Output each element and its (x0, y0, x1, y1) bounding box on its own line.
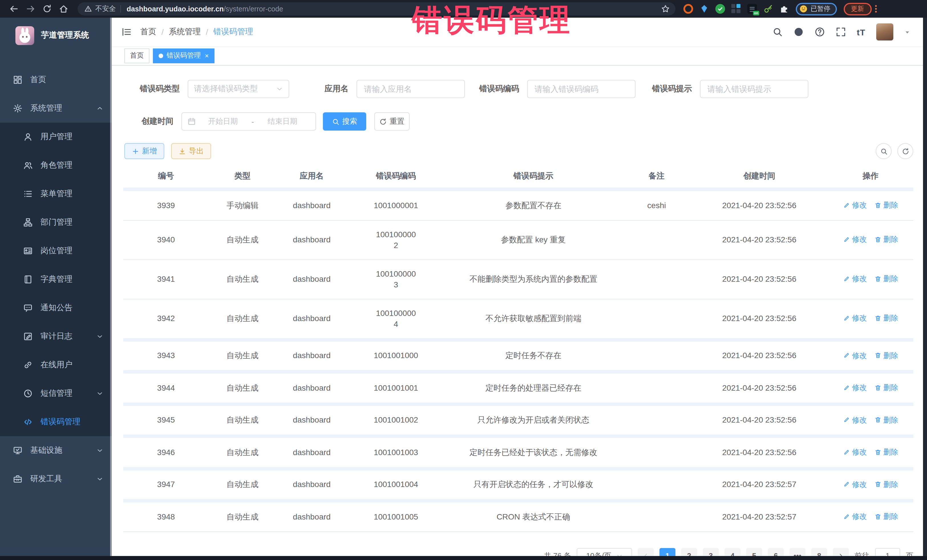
browser-menu-dots-icon[interactable] (875, 5, 877, 12)
sidebar-item-部门管理[interactable]: 部门管理 (0, 208, 112, 237)
extension-key-icon[interactable] (763, 4, 773, 14)
back-icon[interactable] (9, 4, 19, 14)
edit-link[interactable]: 修改 (843, 446, 867, 457)
screen: 不安全 dashboard.yudao.iocoder.cn/system/er… (0, 0, 927, 560)
sidebar-item-通知公告[interactable]: 通知公告 (0, 294, 112, 322)
table-cell: ceshi (622, 188, 691, 220)
sidebar-item-短信管理[interactable]: 短信管理 (0, 379, 112, 408)
search-button[interactable]: 搜索 (323, 112, 366, 131)
edit-link[interactable]: 修改 (843, 350, 867, 361)
sidebar-item-首页[interactable]: 首页 (0, 65, 112, 94)
filter-input[interactable] (357, 80, 465, 98)
sidebar-item-岗位管理[interactable]: 岗位管理 (0, 237, 112, 265)
address-bar[interactable]: 不安全 dashboard.yudao.iocoder.cn/system/er… (78, 2, 675, 15)
breadcrumb-item[interactable]: 首页 (140, 27, 156, 37)
breadcrumb-item[interactable]: 系统管理 (169, 27, 201, 37)
delete-link[interactable]: 删除 (874, 234, 898, 245)
chevron-down-icon[interactable] (904, 29, 910, 35)
filter-select[interactable]: 请选择错误码类型 (188, 80, 289, 98)
close-icon[interactable]: × (205, 52, 209, 59)
edit-link[interactable]: 修改 (843, 479, 867, 490)
home-icon[interactable] (59, 4, 68, 14)
fullscreen-icon[interactable] (836, 27, 846, 37)
toggle-search-button[interactable] (876, 143, 892, 159)
delete-link[interactable]: 删除 (874, 479, 898, 490)
edit-link[interactable]: 修改 (843, 382, 867, 393)
extension-green-check-icon[interactable] (715, 4, 725, 14)
extension-orange-icon[interactable] (684, 4, 693, 14)
book-icon (23, 275, 32, 284)
user-avatar[interactable] (876, 23, 894, 41)
edit-link[interactable]: 修改 (843, 414, 867, 425)
breadcrumb-separator: / (206, 27, 208, 36)
date-range-input[interactable]: 开始日期 - 结束日期 (181, 112, 316, 131)
browser-extensions: on (684, 4, 789, 14)
delete-link[interactable]: 删除 (874, 414, 898, 425)
github-icon[interactable] (793, 27, 804, 37)
sidebar-item-审计日志[interactable]: 审计日志 (0, 322, 112, 351)
delete-link[interactable]: 删除 (874, 511, 898, 522)
edit-link[interactable]: 修改 (843, 200, 867, 211)
delete-link[interactable]: 删除 (874, 313, 898, 323)
tab-首页[interactable]: 首页 (125, 48, 149, 63)
sidebar-item-label: 菜单管理 (41, 189, 73, 199)
extensions-puzzle-icon[interactable] (779, 4, 789, 14)
forward-icon[interactable] (26, 4, 35, 14)
column-header: 创建时间 (691, 165, 828, 188)
hamburger-icon[interactable] (122, 27, 132, 37)
browser-update-button[interactable]: 更新 (843, 3, 871, 15)
table-row: 3948自动生成dashboard1001001005CRON 表达式不正确20… (123, 499, 913, 532)
delete-link[interactable]: 删除 (874, 350, 898, 361)
edit-link[interactable]: 修改 (843, 511, 867, 522)
delete-link[interactable]: 删除 (874, 446, 898, 457)
browser-profile-chip[interactable]: 已暂停 (796, 3, 837, 15)
sidebar-item-菜单管理[interactable]: 菜单管理 (0, 180, 112, 208)
sidebar-item-系统管理[interactable]: 系统管理 (0, 94, 112, 123)
sidebar-item-角色管理[interactable]: 角色管理 (0, 151, 112, 180)
error-code-cell: 1001000002 (347, 220, 444, 259)
sidebar-item-基础设施[interactable]: 基础设施 (0, 436, 112, 465)
extension-list-icon[interactable]: on (747, 4, 757, 14)
tab-错误码管理[interactable]: 错误码管理× (153, 48, 214, 63)
annotation-overlay: 错误码管理 (412, 2, 571, 38)
extension-gem-icon[interactable] (699, 4, 709, 14)
error-code-cell: 1001001000 (347, 338, 444, 370)
search-icon[interactable] (772, 27, 783, 37)
breadcrumb-item[interactable]: 错误码管理 (213, 27, 253, 37)
sidebar-item-用户管理[interactable]: 用户管理 (0, 123, 112, 151)
help-icon[interactable] (815, 27, 825, 37)
operations-cell: 修改删除 (828, 188, 913, 220)
text-size-icon[interactable]: tT (857, 27, 865, 37)
sidebar-item-研发工具[interactable]: 研发工具 (0, 465, 112, 493)
delete-link[interactable]: 删除 (874, 200, 898, 211)
monitor-icon (13, 446, 22, 455)
delete-link[interactable]: 删除 (874, 382, 898, 393)
table-cell: 2021-04-20 23:52:56 (691, 220, 828, 259)
edit-link[interactable]: 修改 (843, 234, 867, 245)
sidebar-item-错误码管理[interactable]: 错误码管理 (0, 408, 112, 436)
trash-icon (874, 513, 881, 520)
table-cell (622, 259, 691, 299)
filter-input[interactable] (700, 80, 808, 98)
operations-cell: 修改删除 (828, 220, 913, 259)
text-input[interactable] (706, 84, 802, 94)
reset-button[interactable]: 重置 (374, 112, 410, 131)
text-input[interactable] (363, 84, 459, 94)
filter-input[interactable] (527, 80, 635, 98)
table-cell (622, 220, 691, 259)
add-button[interactable]: 新增 (125, 143, 164, 159)
export-button[interactable]: 导出 (171, 143, 211, 159)
sidebar-item-字典管理[interactable]: 字典管理 (0, 265, 112, 294)
trash-icon (874, 449, 881, 455)
table-cell: 2021-04-20 23:52:56 (691, 299, 828, 338)
extension-grid-icon[interactable] (731, 4, 741, 14)
reload-icon[interactable] (42, 4, 52, 14)
bookmark-star-icon[interactable] (661, 5, 670, 13)
edit-link[interactable]: 修改 (843, 313, 867, 323)
delete-link[interactable]: 删除 (874, 273, 898, 284)
text-input[interactable] (533, 84, 629, 94)
edit-link[interactable]: 修改 (843, 273, 867, 284)
refresh-table-button[interactable] (897, 143, 913, 159)
sidebar-item-在线用户[interactable]: 在线用户 (0, 351, 112, 379)
active-dot-icon (159, 53, 163, 58)
